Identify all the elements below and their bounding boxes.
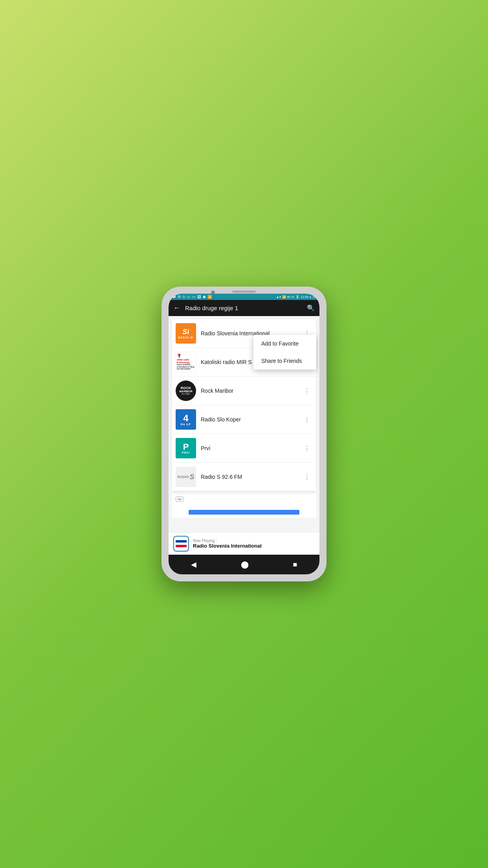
- settings-icon: ⚙: [178, 295, 181, 299]
- list-item[interactable]: RADIO S Radio S 92.6 FM ⋮: [172, 463, 316, 491]
- now-playing-label: Now Playing :: [193, 539, 315, 543]
- signal-icon: 📶: [207, 295, 212, 299]
- radio-name: Radio S 92.6 FM: [201, 474, 301, 480]
- back-button[interactable]: ←: [173, 304, 180, 312]
- phone-speaker: [232, 291, 256, 293]
- ad-banner: [189, 510, 299, 515]
- nav-recents-button[interactable]: ■: [287, 559, 304, 570]
- box2-icon: ▭: [192, 295, 196, 299]
- nav-bar: ◀ ⬤ ■: [169, 555, 319, 574]
- status-bar: 💬 ⚙ ⊙ ▭ ▭ 🖼 ⏺ 📶 ▲▾ 📶 80 % 🔋 12:55 a. m.: [169, 294, 319, 300]
- phone-screen: 💬 ⚙ ⊙ ▭ ▭ 🖼 ⏺ 📶 ▲▾ 📶 80 % 🔋 12:55 a. m. …: [169, 294, 319, 574]
- radio-name: Radio Slo Koper: [201, 416, 301, 423]
- radio-logo-rakp: 4 RA KP: [176, 409, 196, 430]
- now-playing-station: Radio Slovenia International: [193, 543, 315, 549]
- more-options-button[interactable]: ⋮: [301, 386, 312, 396]
- search-button[interactable]: 🔍: [307, 304, 315, 312]
- radio-logo-rock: ROCK MARIBOR 94.4 MHz: [176, 381, 196, 401]
- list-item[interactable]: ROCK MARIBOR 94.4 MHz Rock Maribor ⋮: [172, 377, 316, 405]
- battery-percent: 80 %: [287, 295, 294, 299]
- add-to-favorite-option[interactable]: Add to Favorite: [253, 335, 316, 352]
- more-options-button[interactable]: ⋮: [301, 414, 312, 425]
- slovenia-flag: [176, 540, 187, 547]
- radio-name: Rock Maribor: [201, 388, 301, 394]
- image-icon: 🖼: [197, 295, 201, 299]
- wifi-icon: ▲▾: [276, 295, 281, 299]
- list-item[interactable]: P PRVI Prvi ⋮: [172, 434, 316, 463]
- battery-icon: 🔋: [295, 295, 299, 299]
- status-left-icons: 💬 ⚙ ⊙ ▭ ▭ 🖼 ⏺ 📶: [172, 295, 212, 299]
- now-playing-info: Now Playing : Radio Slovenia Internation…: [193, 539, 315, 549]
- content-area: Si RADIO Si Radio Slovenia International…: [169, 316, 319, 532]
- phone-frame: 💬 ⚙ ⊙ ▭ ▭ 🖼 ⏺ 📶 ▲▾ 📶 80 % 🔋 12:55 a. m. …: [161, 287, 327, 581]
- ad-area: Ad: [172, 494, 316, 518]
- nav-home-button[interactable]: ⬤: [235, 559, 255, 570]
- more-options-button[interactable]: ⋮: [301, 443, 312, 454]
- list-item[interactable]: 4 RA KP Radio Slo Koper ⋮: [172, 405, 316, 434]
- box-icon: ▭: [187, 295, 191, 299]
- clock: 12:55 a. m.: [301, 295, 316, 299]
- radio-logo-radios: RADIO S: [176, 467, 196, 487]
- sync-icon: ⊙: [182, 295, 185, 299]
- page-title: Radio druge regije 1: [185, 305, 307, 311]
- radio-logo-prvi: P PRVI: [176, 438, 196, 458]
- record-icon: ⏺: [202, 295, 206, 299]
- radio-name: Prvi: [201, 445, 301, 451]
- app-bar: ← Radio druge regije 1 🔍: [169, 300, 319, 316]
- nav-back-button[interactable]: ◀: [185, 559, 203, 570]
- share-to-friends-option[interactable]: Share to Friends: [253, 352, 316, 370]
- now-playing-icon: [173, 536, 189, 552]
- status-right-info: ▲▾ 📶 80 % 🔋 12:55 a. m.: [276, 295, 316, 299]
- list-item[interactable]: Si RADIO Si Radio Slovenia International…: [172, 319, 316, 348]
- now-playing-bar[interactable]: Now Playing : Radio Slovenia Internation…: [169, 532, 319, 555]
- radio-list-card: Si RADIO Si Radio Slovenia International…: [172, 319, 316, 491]
- dropdown-menu: Add to Favorite Share to Friends: [253, 335, 316, 370]
- ad-badge: Ad: [176, 497, 183, 502]
- signal-bars: 📶: [282, 295, 286, 299]
- more-options-button[interactable]: ⋮: [301, 472, 312, 482]
- messenger-icon: 💬: [172, 295, 176, 299]
- radio-logo-katoliski: ✝ oliški radio R Slovenija mora zavladat…: [176, 352, 196, 372]
- radio-logo-si: Si RADIO Si: [176, 323, 196, 344]
